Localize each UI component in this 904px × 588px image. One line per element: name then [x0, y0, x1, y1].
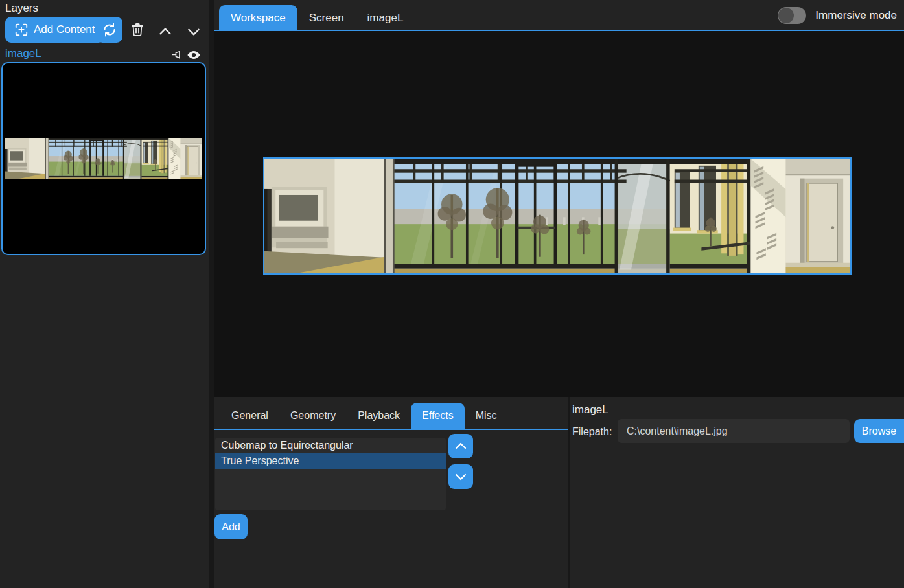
- selected-media-item[interactable]: [263, 157, 852, 275]
- app-window: Layers Add Content: [0, 0, 904, 588]
- list-item-cubemap-to-equirectangular[interactable]: Cubemap to Equirectangular: [215, 438, 446, 453]
- top-bar: Workspace Screen imageL Immersive mode: [214, 0, 904, 31]
- pushpin-icon: [171, 48, 185, 62]
- effect-move-up-button[interactable]: [448, 434, 473, 458]
- add-effect-button[interactable]: Add: [214, 514, 248, 539]
- filepath-input[interactable]: [618, 419, 850, 443]
- media-properties-panel: imageL Filepath: Browse: [570, 397, 904, 588]
- workspace-tab-bar: Workspace Screen imageL: [219, 5, 415, 31]
- layer-visibility-button[interactable]: [187, 48, 201, 62]
- tab-playback[interactable]: Playback: [347, 403, 411, 429]
- tab-bar-underline: [214, 429, 568, 430]
- media-preview-image: [264, 159, 850, 273]
- immersive-mode-toggle[interactable]: [778, 7, 806, 24]
- browse-button[interactable]: Browse: [854, 419, 904, 443]
- effects-list: Cubemap to Equirectangular True Perspect…: [215, 438, 446, 510]
- chevron-down-icon: [185, 23, 202, 40]
- move-layer-down-button[interactable]: [185, 23, 202, 40]
- chevron-up-icon: [157, 23, 174, 40]
- properties-tab-bar: General Geometry Playback Effects Misc: [220, 403, 508, 429]
- immersive-mode-label: Immersive mode: [815, 9, 897, 22]
- layers-panel: Layers Add Content: [0, 0, 209, 588]
- effect-move-down-button[interactable]: [448, 464, 473, 489]
- frame-plus-icon: [14, 23, 29, 37]
- workspace-canvas[interactable]: [214, 32, 904, 397]
- sidebar-divider: [209, 0, 214, 588]
- tab-general[interactable]: General: [220, 403, 279, 429]
- chevron-down-icon: [453, 469, 469, 484]
- effects-panel: General Geometry Playback Effects Misc C…: [214, 397, 568, 588]
- tab-screen[interactable]: Screen: [297, 5, 356, 31]
- tab-workspace[interactable]: Workspace: [219, 5, 297, 31]
- refresh-layers-button[interactable]: [97, 17, 122, 43]
- tab-misc[interactable]: Misc: [465, 403, 508, 429]
- layers-panel-title: Layers: [5, 2, 38, 15]
- media-title: imageL: [572, 403, 608, 416]
- circular-arrows-icon: [102, 22, 117, 38]
- immersive-mode-control: Immersive mode: [778, 0, 897, 31]
- tab-geometry[interactable]: Geometry: [279, 403, 347, 429]
- delete-layer-button[interactable]: [130, 22, 145, 38]
- layer-name-label: imageL: [5, 47, 41, 60]
- layer-thumbnail-image: [5, 138, 202, 179]
- trash-icon: [130, 22, 145, 38]
- eye-icon: [187, 48, 201, 62]
- add-content-button[interactable]: Add Content: [5, 17, 104, 43]
- list-item-true-perspective[interactable]: True Perspective: [215, 453, 446, 469]
- chevron-up-icon: [453, 438, 469, 454]
- filepath-label: Filepath:: [572, 426, 612, 438]
- move-layer-up-button[interactable]: [157, 23, 174, 40]
- tab-imageL[interactable]: imageL: [356, 5, 415, 31]
- add-content-label: Add Content: [34, 23, 95, 36]
- pin-layer-button[interactable]: [171, 48, 185, 62]
- layer-thumbnail[interactable]: [1, 62, 206, 255]
- layer-row-imageL[interactable]: imageL: [0, 47, 209, 62]
- tab-effects[interactable]: Effects: [411, 403, 465, 429]
- toggle-knob: [778, 8, 794, 23]
